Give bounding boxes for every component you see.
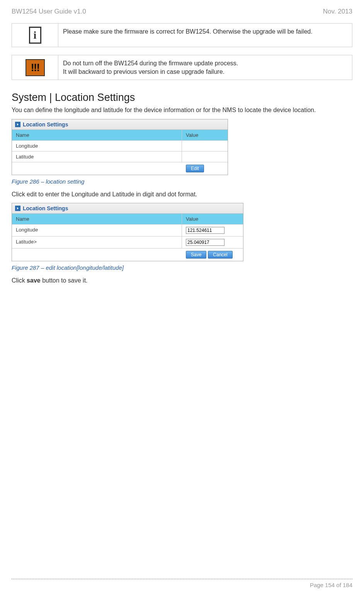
body-text: Click save button to save it. <box>12 276 352 285</box>
doc-date: Nov. 2013 <box>323 8 352 15</box>
row-longitude-label: Longitude <box>12 141 182 151</box>
warning-note-box: !!! Do not turn off the BW1254 during th… <box>12 55 352 80</box>
section-heading: System | Location Settings <box>12 92 352 104</box>
info-note-text: Please make sure the firmware is correct… <box>58 24 352 47</box>
table-row: Longitude <box>12 225 243 237</box>
save-button[interactable]: Save <box>186 251 206 259</box>
row-latitude-label: Latitude <box>12 152 182 162</box>
warning-note-text: Do not turn off the BW1254 during the fi… <box>58 55 352 80</box>
panel-title-bar: Location Settings <box>12 203 243 214</box>
location-settings-edit-panel: Location Settings Name Value Longitude L… <box>12 203 243 261</box>
row-longitude-value <box>182 141 228 151</box>
warning-icon: !!! <box>26 59 45 76</box>
save-bold: save <box>27 277 41 284</box>
panel-title-bar: Location Settings <box>12 119 228 130</box>
figure-caption: Figure 286 – location setting <box>12 178 352 185</box>
col-name: Name <box>12 130 182 140</box>
table-header-row: Name Value <box>12 130 228 141</box>
doc-title: BW1254 User Guide v1.0 <box>12 8 86 15</box>
section-intro: You can define the longitude and latitud… <box>12 106 352 114</box>
table-header-row: Name Value <box>12 214 243 225</box>
text-segment: button to save it. <box>41 277 88 284</box>
body-text: Click edit to enter the Longitude and La… <box>12 190 352 199</box>
page-number: Page 154 of 184 <box>12 582 352 588</box>
longitude-input[interactable] <box>186 227 225 234</box>
warning-line2: It will backward to previous version in … <box>63 68 347 76</box>
arrow-icon <box>15 206 20 211</box>
footer-divider <box>12 579 352 579</box>
table-row: Latitude <box>12 152 228 162</box>
cancel-button[interactable]: Cancel <box>208 251 232 259</box>
arrow-icon <box>15 122 20 127</box>
location-settings-view-panel: Location Settings Name Value Longitude L… <box>12 119 228 175</box>
warning-icon-cell: !!! <box>12 55 58 80</box>
table-row: Latitude> <box>12 237 243 249</box>
row-longitude-label: Longitude <box>12 225 182 236</box>
page-header: BW1254 User Guide v1.0 Nov. 2013 <box>12 8 352 15</box>
panel-title: Location Settings <box>23 121 68 128</box>
panel-title: Location Settings <box>23 205 68 211</box>
page-footer: Page 154 of 184 <box>12 579 352 588</box>
button-row: Save Cancel <box>12 249 243 261</box>
col-value: Value <box>182 214 243 224</box>
row-latitude-label: Latitude> <box>12 237 182 248</box>
row-latitude-value <box>182 152 228 162</box>
edit-button[interactable]: Edit <box>186 165 204 172</box>
col-value: Value <box>182 130 228 140</box>
info-icon-cell: i <box>12 24 58 47</box>
warning-line1: Do not turn off the BW1254 during the fi… <box>63 59 347 68</box>
info-note-box: i Please make sure the firmware is corre… <box>12 23 352 47</box>
col-name: Name <box>12 214 182 224</box>
button-row: Edit <box>12 162 228 175</box>
latitude-input[interactable] <box>186 239 225 246</box>
table-row: Longitude <box>12 141 228 152</box>
info-icon: i <box>29 27 41 44</box>
figure-caption: Figure 287 – edit location[longitude/lat… <box>12 264 352 271</box>
text-segment: Click <box>12 277 27 284</box>
